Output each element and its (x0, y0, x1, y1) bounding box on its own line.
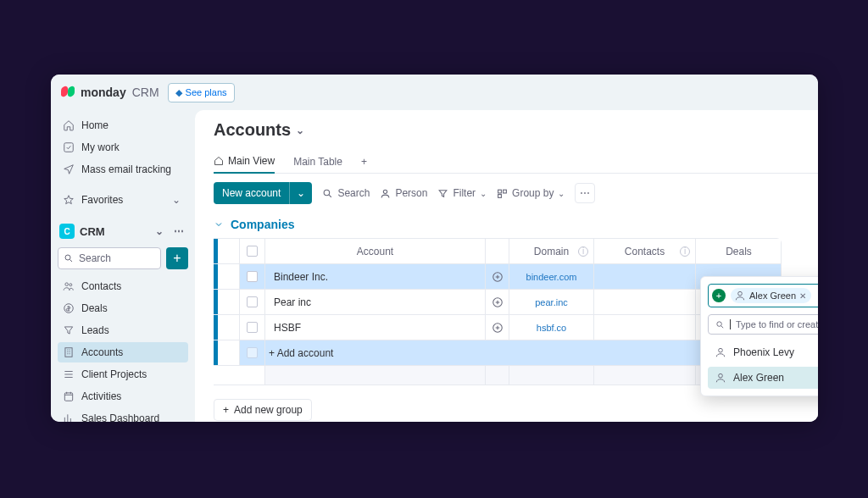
sidebar-item-contacts[interactable]: Contacts (58, 276, 188, 296)
table-row[interactable]: Pear inc pear.inc (214, 290, 781, 315)
cell-text: hsbf.co (537, 323, 566, 333)
add-new-group-button[interactable]: + Add new group (214, 399, 312, 421)
table-row[interactable]: Bindeer Inc. bindeer.com (214, 264, 781, 290)
sidebar-item-leads[interactable]: Leads (58, 320, 188, 340)
home-icon (63, 119, 75, 131)
people-icon (63, 280, 75, 292)
sidebar-item-label: Activities (81, 390, 121, 402)
expand-icon (492, 322, 504, 334)
sidebar-nav-label: Mass email tracking (81, 163, 171, 175)
column-deals[interactable]: Deals (695, 239, 782, 263)
person-icon (715, 372, 726, 384)
toolbar: New account ⌄ Search Person Filter ⌄ (214, 182, 818, 204)
topbar: monday CRM ◆ See plans (51, 75, 818, 110)
info-icon[interactable]: i (578, 246, 588, 257)
cell-domain[interactable]: bindeer.com (509, 264, 593, 289)
cell-contacts[interactable] (593, 264, 695, 289)
contact-option[interactable]: Phoenix Levy (708, 341, 818, 363)
tab-label: Main Table (293, 156, 342, 168)
header-checkbox[interactable] (239, 239, 264, 263)
column-label: Domain (534, 246, 569, 257)
toolbar-filter[interactable]: Filter ⌄ (437, 187, 487, 199)
more-dots-icon[interactable]: ⋯ (171, 225, 186, 237)
add-account-input[interactable]: + Add account (269, 347, 333, 359)
chevron-down-icon[interactable]: ⌄ (289, 182, 312, 204)
group-icon (497, 188, 508, 199)
toolbar-label: Group by (512, 187, 554, 199)
toolbar-group-by[interactable]: Group by ⌄ (497, 187, 565, 199)
column-account[interactable]: Account (264, 239, 485, 263)
contact-chip[interactable]: Alex Green ✕ (731, 288, 811, 303)
column-contacts[interactable]: Contactsi (593, 239, 695, 263)
contact-option[interactable]: Alex Green (708, 367, 818, 389)
cell-contacts[interactable] (593, 290, 695, 314)
chevron-down-icon[interactable]: ⌄ (153, 225, 166, 237)
table-header: Account Domaini Contactsi Deals (214, 239, 781, 264)
selected-contacts-field[interactable]: + Alex Green ✕ (708, 284, 818, 307)
table-row[interactable]: HSBF hsbf.co (214, 315, 781, 340)
tab-main-view[interactable]: Main View (214, 150, 275, 174)
contacts-search-input[interactable]: Type to find or create Contacts (708, 314, 818, 335)
cell-account-name[interactable]: HSBF (264, 315, 485, 340)
page-title[interactable]: Accounts ⌄ (214, 120, 818, 140)
group-companies-toggle[interactable]: Companies (214, 218, 818, 231)
add-item-button[interactable]: + (166, 247, 188, 269)
cell-account-name[interactable]: Pear inc (264, 290, 485, 314)
row-checkbox[interactable] (239, 290, 264, 314)
sidebar-item-label: Client Projects (81, 368, 147, 380)
cell-account-name[interactable]: Bindeer Inc. (264, 264, 485, 289)
sidebar-nav-home[interactable]: Home (58, 115, 188, 136)
sidebar-item-accounts[interactable]: Accounts (58, 342, 188, 362)
brand-sub: CRM (132, 86, 159, 99)
expand-row-button[interactable] (485, 290, 509, 314)
check-square-icon (63, 141, 75, 153)
expand-row-button[interactable] (485, 315, 509, 340)
tab-main-table[interactable]: Main Table (293, 151, 342, 173)
sidebar-nav-mywork[interactable]: My work (58, 137, 188, 158)
see-plans-button[interactable]: ◆ See plans (168, 83, 235, 102)
search-placeholder: Search (79, 252, 111, 264)
sidebar-search-input[interactable]: Search (58, 247, 161, 269)
sidebar-item-activities[interactable]: Activities (58, 386, 188, 407)
cell-domain[interactable]: hsbf.co (509, 315, 593, 340)
sidebar-search-row: Search + (58, 247, 188, 269)
add-account-row: + Add account (214, 340, 781, 366)
view-tabs: Main View Main Table + (214, 150, 818, 174)
accounts-table: Account Domaini Contactsi Deals Bindeer … (214, 238, 782, 385)
sidebar-nav-mail[interactable]: Mass email tracking (58, 159, 188, 180)
new-account-button[interactable]: New account ⌄ (214, 182, 312, 204)
chip-remove-icon[interactable]: ✕ (799, 291, 806, 301)
column-expand (485, 239, 509, 263)
workspace-header[interactable]: C CRM ⌄ ⋯ (58, 220, 188, 242)
svg-rect-0 (64, 143, 74, 152)
page-title-text: Accounts (214, 120, 291, 140)
contacts-popover: + Alex Green ✕ Type to find or create Co… (700, 276, 818, 396)
expand-row-button[interactable] (485, 264, 509, 289)
column-domain[interactable]: Domaini (509, 239, 593, 263)
cell-domain[interactable]: pear.inc (509, 290, 593, 314)
sidebar-item-label: Contacts (81, 280, 121, 292)
cell-text: Bindeer Inc. (274, 271, 328, 283)
info-icon[interactable]: i (680, 246, 690, 257)
svg-point-18 (719, 374, 723, 378)
add-contact-icon[interactable]: + (712, 289, 726, 302)
toolbar-search[interactable]: Search (322, 187, 370, 199)
svg-point-16 (717, 321, 722, 326)
toolbar-person[interactable]: Person (380, 187, 427, 199)
star-icon (63, 194, 75, 206)
column-label: Deals (726, 246, 752, 257)
column-label: Account (357, 246, 393, 257)
cell-contacts[interactable] (593, 315, 695, 340)
sidebar-item-label: Deals (81, 302, 108, 314)
add-tab-button[interactable]: + (361, 151, 367, 173)
contacts-options-list: Phoenix Levy Alex Green (708, 341, 818, 389)
sidebar-item-client-projects[interactable]: Client Projects (58, 364, 188, 385)
sidebar-favorites[interactable]: Favorites ⌄ (58, 190, 188, 210)
sidebar-item-deals[interactable]: Deals (58, 298, 188, 318)
svg-rect-11 (498, 194, 502, 197)
toolbar-more-button[interactable]: ⋯ (575, 183, 595, 203)
row-checkbox[interactable] (239, 315, 264, 340)
brand-logo[interactable]: monday CRM (61, 86, 159, 99)
sidebar-item-sales-dashboard[interactable]: Sales Dashboard (58, 408, 188, 422)
row-checkbox[interactable] (239, 264, 264, 289)
